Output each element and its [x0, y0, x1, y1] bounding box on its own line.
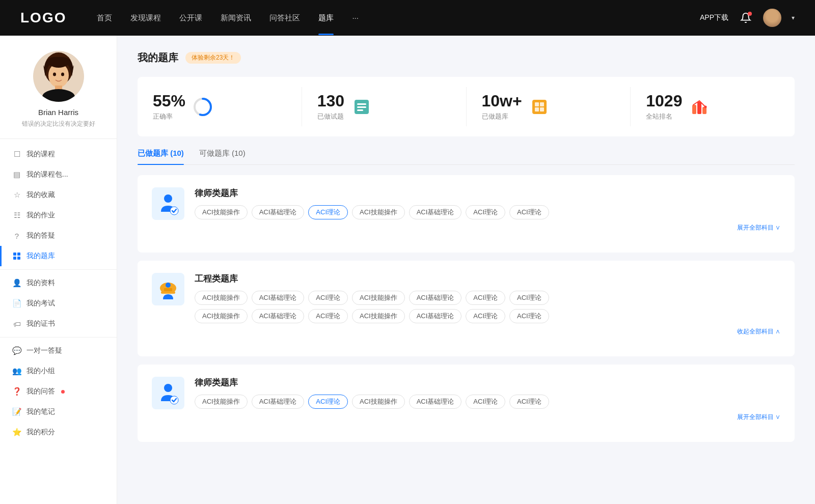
- sidebar-item-one-on-one[interactable]: 💬 一对一答疑: [0, 341, 117, 361]
- sidebar-label-answers: 我的答疑: [26, 231, 55, 240]
- tag-2-13[interactable]: ACI理论: [466, 309, 505, 323]
- sidebar-item-my-qa[interactable]: ❓ 我的问答: [0, 381, 117, 402]
- svg-rect-23: [697, 102, 701, 114]
- expand-link-1[interactable]: 展开全部科目 ∨: [195, 223, 780, 232]
- tag-2-4[interactable]: ACI技能操作: [352, 291, 405, 305]
- divider-1: [0, 269, 117, 270]
- qbank-title-2: 工程类题库: [195, 273, 780, 285]
- notification-bell[interactable]: [739, 11, 753, 25]
- expand-link-3[interactable]: 展开全部科目 ∨: [195, 413, 780, 422]
- tab-done[interactable]: 已做题库 (10): [138, 149, 184, 164]
- tag-3-5[interactable]: ACI基础理论: [409, 395, 462, 409]
- tag-1-1[interactable]: ACI技能操作: [195, 205, 248, 219]
- engineer-helmet-icon: [156, 277, 180, 301]
- tag-1-7[interactable]: ACI理论: [509, 205, 549, 219]
- qbank-card-1: 律师类题库 ACI技能操作 ACI基础理论 ACI理论 ACI技能操作 ACI基…: [138, 175, 795, 253]
- nav-more[interactable]: ···: [352, 13, 359, 23]
- page-header: 我的题库 体验剩余23天！: [138, 51, 795, 65]
- tag-2-2[interactable]: ACI基础理论: [252, 291, 305, 305]
- svg-rect-18: [535, 102, 539, 106]
- tag-3-7[interactable]: ACI理论: [509, 395, 549, 409]
- sidebar-label-group: 我的小组: [26, 367, 55, 376]
- stat-banks-done: 10w+ 已做题库: [467, 87, 631, 126]
- qbank-icon-lawyer-3: [152, 377, 184, 409]
- tag-3-3[interactable]: ACI理论: [308, 395, 348, 409]
- user-dropdown-arrow[interactable]: ▾: [792, 14, 795, 21]
- tab-available[interactable]: 可做题库 (10): [199, 149, 246, 164]
- tag-3-6[interactable]: ACI理论: [466, 395, 505, 409]
- svg-point-31: [166, 283, 171, 288]
- sidebar-label-course-package: 我的课程包...: [26, 170, 68, 179]
- sidebar-item-certificates[interactable]: 🏷 我的证书: [0, 314, 117, 334]
- sidebar-item-courses[interactable]: ☐ 我的课程: [0, 144, 117, 164]
- profile-avatar: [33, 51, 84, 102]
- tag-1-4[interactable]: ACI技能操作: [352, 205, 405, 219]
- page-layout: Brian Harris 错误的决定比没有决定要好 ☐ 我的课程 ▤ 我的课程包…: [0, 36, 815, 504]
- tag-2-12[interactable]: ACI基础理论: [409, 309, 462, 323]
- nav-open-course[interactable]: 公开课: [179, 13, 202, 23]
- sidebar-item-points[interactable]: ⭐ 我的积分: [0, 422, 117, 442]
- stat-rank-text: 1029 全站排名: [646, 92, 682, 121]
- tag-2-11[interactable]: ACI技能操作: [352, 309, 405, 323]
- sidebar-label-exams: 我的考试: [26, 299, 55, 308]
- app-download-button[interactable]: APP下载: [700, 13, 728, 22]
- sidebar-label-favorites: 我的收藏: [26, 190, 55, 200]
- tag-1-3[interactable]: ACI理论: [308, 205, 348, 219]
- nav-discover[interactable]: 发现课程: [130, 13, 161, 23]
- rank-icon: [689, 97, 710, 117]
- nav-question-bank[interactable]: 题库: [318, 13, 334, 23]
- nav-news[interactable]: 新闻资讯: [221, 13, 251, 23]
- collapse-link-2[interactable]: 收起全部科目 ∧: [195, 327, 780, 336]
- sidebar-label-courses: 我的课程: [26, 150, 55, 159]
- svg-rect-10: [17, 257, 20, 260]
- sidebar-item-profile[interactable]: 👤 我的资料: [0, 273, 117, 293]
- qbank-header-3: 律师类题库 ACI技能操作 ACI基础理论 ACI理论 ACI技能操作 ACI基…: [152, 377, 780, 422]
- tags-row-3: ACI技能操作 ACI基础理论 ACI理论 ACI技能操作 ACI基础理论 AC…: [195, 395, 780, 409]
- qa-notification-dot: [61, 390, 65, 394]
- svg-rect-9: [13, 257, 16, 260]
- stat-questions-done-label: 已做试题: [317, 112, 344, 121]
- tag-2-10[interactable]: ACI理论: [308, 309, 348, 323]
- sidebar-label-points: 我的积分: [26, 428, 55, 437]
- tag-2-14[interactable]: ACI理论: [509, 309, 549, 323]
- tag-2-6[interactable]: ACI理论: [466, 291, 505, 305]
- tag-2-3[interactable]: ACI理论: [308, 291, 348, 305]
- sidebar-item-course-package[interactable]: ▤ 我的课程包...: [0, 164, 117, 185]
- tag-2-8[interactable]: ACI技能操作: [195, 309, 248, 323]
- qbank-title-1: 律师类题库: [195, 187, 780, 199]
- tag-3-4[interactable]: ACI技能操作: [352, 395, 405, 409]
- svg-rect-14: [357, 103, 366, 105]
- tag-1-2[interactable]: ACI基础理论: [252, 205, 305, 219]
- sidebar-item-question-bank[interactable]: 我的题库: [0, 246, 117, 266]
- sidebar-item-homework[interactable]: ☷ 我的作业: [0, 205, 117, 226]
- stat-accuracy: 55% 正确率: [138, 87, 302, 126]
- stat-banks-done-text: 10w+ 已做题库: [482, 92, 522, 121]
- stat-questions-done-value: 130: [317, 92, 344, 110]
- qbank-card-2: 工程类题库 ACI技能操作 ACI基础理论 ACI理论 ACI技能操作 ACI基…: [138, 261, 795, 356]
- tags-row-1: ACI技能操作 ACI基础理论 ACI理论 ACI技能操作 ACI基础理论 AC…: [195, 205, 780, 219]
- nav-home[interactable]: 首页: [97, 13, 112, 23]
- stat-rank: 1029 全站排名: [631, 87, 795, 126]
- sidebar-label-question-bank: 我的题库: [26, 251, 55, 261]
- tag-2-1[interactable]: ACI技能操作: [195, 291, 248, 305]
- sidebar-item-favorites[interactable]: ☆ 我的收藏: [0, 185, 117, 205]
- page-title: 我的题库: [138, 51, 178, 65]
- nav-qa[interactable]: 问答社区: [269, 13, 300, 23]
- tag-1-6[interactable]: ACI理论: [466, 205, 505, 219]
- svg-rect-19: [540, 102, 544, 106]
- sidebar-item-notes[interactable]: 📝 我的笔记: [0, 402, 117, 422]
- svg-point-26: [164, 194, 172, 203]
- user-avatar[interactable]: [763, 9, 781, 27]
- sidebar-label-certificates: 我的证书: [26, 319, 55, 328]
- tag-3-1[interactable]: ACI技能操作: [195, 395, 248, 409]
- sidebar-item-answers[interactable]: ? 我的答疑: [0, 226, 117, 246]
- tag-3-2[interactable]: ACI基础理论: [252, 395, 305, 409]
- sidebar-item-exams[interactable]: 📄 我的考试: [0, 293, 117, 314]
- tag-1-5[interactable]: ACI基础理论: [409, 205, 462, 219]
- tag-2-7[interactable]: ACI理论: [509, 291, 549, 305]
- stat-banks-done-value: 10w+: [482, 92, 522, 110]
- sidebar-item-group[interactable]: 👥 我的小组: [0, 361, 117, 381]
- tag-2-9[interactable]: ACI基础理论: [252, 309, 305, 323]
- divider-2: [0, 337, 117, 338]
- tag-2-5[interactable]: ACI基础理论: [409, 291, 462, 305]
